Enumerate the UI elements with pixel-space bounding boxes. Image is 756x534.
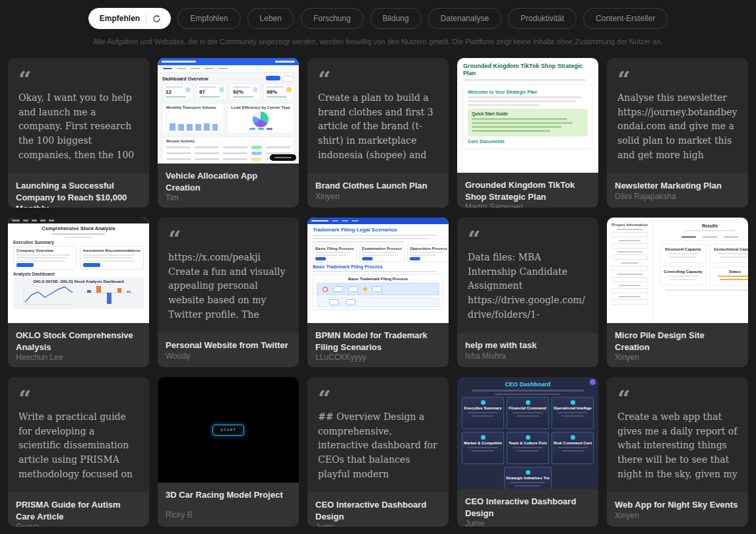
card-author: Tim bbox=[166, 193, 291, 202]
project-card[interactable]: “ Create a web app that gives me a daily… bbox=[607, 377, 748, 527]
filter-pill-empfohlen[interactable]: Empfohlen bbox=[177, 8, 240, 29]
card-author: LLuCCKKyyyy bbox=[315, 353, 441, 362]
card-title: Personal Website from Twitter bbox=[166, 340, 291, 351]
thumb-buttons bbox=[266, 76, 294, 82]
made-with-badge bbox=[270, 154, 296, 161]
card-title: CEO Interactive Dashboard Design bbox=[465, 496, 590, 519]
project-card[interactable]: “ https://x.com/peakji Create a fun and … bbox=[158, 218, 299, 367]
filter-pill-label: Forschung bbox=[313, 14, 351, 23]
project-card[interactable]: Dashboard Overview 12 87 92% 98% Monthly… bbox=[158, 58, 299, 208]
card-footer: Newsletter Marketing Plan Dilini Rajapak… bbox=[607, 173, 748, 208]
card-author: Jume bbox=[465, 519, 590, 527]
thumb-quick-start-box: Quick Start Guide bbox=[468, 109, 588, 137]
thumb-heading: Dashboard Overview bbox=[162, 76, 208, 81]
pie-chart bbox=[253, 111, 268, 127]
thumb-stat-cards: 12 87 92% 98% bbox=[162, 84, 294, 100]
thumb-box-heading: Quick Start Guide bbox=[472, 111, 584, 116]
card-quote-area: “ Create a web app that gives me a daily… bbox=[607, 377, 748, 492]
quote-text: https://x.com/peakji Create a fun and vi… bbox=[168, 251, 288, 323]
filter-pill-produktivitaet[interactable]: Produktivität bbox=[508, 8, 577, 29]
thumb-scenario-cards: Basic Filing Process Examination Process… bbox=[313, 245, 443, 262]
filter-pill-label: Leben bbox=[260, 14, 282, 23]
card-title: Micro Pile Design Site Creation bbox=[615, 330, 740, 353]
thumb-doc-title: Comprehensive Stock Analysis bbox=[13, 225, 144, 231]
thumb-site-header bbox=[307, 218, 449, 224]
thumb-capacity-box: Geotechnical Capacity bbox=[710, 244, 748, 263]
card-quote-area: “ Data files: MBA Internship Candidate A… bbox=[457, 218, 598, 333]
project-card[interactable]: “ ## Overview Design a comprehensive, in… bbox=[307, 377, 449, 527]
thumb-section-heading: Core Documents bbox=[468, 139, 588, 144]
thumb-investment-box: Investment Recommendations bbox=[80, 246, 144, 270]
card-footer: CEO Interactive Dashboard Design Jume bbox=[457, 489, 598, 527]
project-card[interactable]: “ Create a plan to build a brand clothes… bbox=[307, 58, 449, 208]
card-quote-area: “ Analyse this newsletter https://journe… bbox=[607, 58, 748, 173]
card-author: Isha Mishra bbox=[465, 351, 590, 361]
thumb-status-box: Status bbox=[710, 266, 748, 285]
project-card[interactable]: Project Information Results Structural C… bbox=[607, 218, 748, 367]
card-thumbnail-strategic-plan: Grounded Kingdom TikTok Shop Strategic P… bbox=[457, 58, 598, 173]
project-card[interactable]: CEO Dashboard Executive Summary Financia… bbox=[457, 377, 598, 527]
thumb-body: Trademark Filing Legal Scenarios Basic F… bbox=[307, 224, 449, 312]
quote-icon: “ bbox=[617, 387, 738, 404]
card-thumbnail-stock-analysis: Comprehensive Stock Analysis Executive S… bbox=[8, 218, 149, 323]
filter-pill-empfehlen-active[interactable]: Empfehlen bbox=[88, 8, 171, 29]
card-title: Launching a Successful Company to Reach … bbox=[16, 180, 141, 208]
card-quote-area: “ Okay, I want you to help and launch me… bbox=[8, 58, 149, 173]
project-card[interactable]: Grounded Kingdom TikTok Shop Strategic P… bbox=[457, 58, 598, 208]
pill-divider bbox=[146, 15, 146, 23]
text-placeholder-lines bbox=[462, 390, 594, 395]
filter-pill-content-ersteller[interactable]: Content-Ersteller bbox=[583, 8, 668, 29]
card-footer: Personal Website from Twitter Woody bbox=[158, 333, 299, 367]
card-footer: Launching a Successful Company to Reach … bbox=[8, 173, 149, 208]
quote-icon: “ bbox=[18, 387, 139, 404]
text-placeholder-lines bbox=[313, 235, 443, 243]
project-card[interactable]: “ Okay, I want you to help and launch me… bbox=[8, 58, 149, 208]
thumb-dashboard-title: CEO Dashboard bbox=[462, 381, 594, 388]
quote-text: Analyse this newsletter https://journey.… bbox=[617, 91, 738, 163]
card-title: PRISMA Guide for Autism Care Article bbox=[16, 499, 141, 522]
card-author: Guava bbox=[16, 522, 141, 527]
card-quote-area: “ ## Overview Design a comprehensive, in… bbox=[307, 377, 449, 492]
card-footer: PRISMA Guide for Autism Care Article Gua… bbox=[8, 492, 149, 527]
card-title: Newsletter Marketing Plan bbox=[615, 180, 740, 192]
refresh-icon[interactable] bbox=[152, 15, 161, 23]
quote-icon: “ bbox=[468, 227, 588, 245]
thumb-section-heading: Welcome to Your Strategic Plan bbox=[468, 90, 588, 94]
quote-icon: “ bbox=[318, 68, 438, 85]
thumb-blue-button bbox=[16, 263, 34, 267]
quote-text: Create a web app that gives me a daily r… bbox=[617, 410, 738, 483]
project-card[interactable]: Trademark Filing Legal Scenarios Basic F… bbox=[307, 218, 449, 367]
project-card[interactable]: “ Data files: MBA Internship Candidate A… bbox=[457, 218, 598, 367]
filter-pill-label: Bildung bbox=[383, 14, 409, 23]
thumb-section-heading: Basic Trademark Filing Process bbox=[313, 264, 443, 269]
card-author: Woody bbox=[166, 351, 291, 361]
card-title: CEO Interactive Dashboard Design bbox=[315, 499, 441, 522]
thumb-form-sidebar: Project Information bbox=[607, 218, 653, 323]
thumb-dashboard-panel: OKLO (NYSE: OKLO) Stock Analysis Dashboa… bbox=[13, 278, 144, 309]
project-card[interactable]: “ Analyse this newsletter https://journe… bbox=[607, 58, 748, 208]
thumb-results-area: Results Structural Capacity Geotechnical… bbox=[653, 218, 748, 323]
thumb-section-heading: Executive Summary bbox=[13, 240, 144, 245]
project-card[interactable]: Comprehensive Stock Analysis Executive S… bbox=[8, 218, 149, 367]
card-author: Ricky B bbox=[166, 510, 291, 519]
thumb-app-header bbox=[158, 58, 299, 65]
filter-pill-bildung[interactable]: Bildung bbox=[370, 8, 422, 29]
card-author: Dilini Rajapaksha bbox=[615, 192, 740, 201]
text-placeholder-lines bbox=[463, 79, 586, 81]
thumb-nav-tabs bbox=[158, 65, 299, 73]
card-footer: CEO Interactive Dashboard Design Jume bbox=[307, 492, 449, 527]
card-title: Grounded Kingdom TikTok Shop Strategic P… bbox=[465, 179, 590, 202]
text-placeholder-lines bbox=[472, 118, 584, 132]
filter-pill-forschung[interactable]: Forschung bbox=[301, 8, 363, 29]
thumb-tabs bbox=[660, 233, 748, 241]
filter-pill-leben[interactable]: Leben bbox=[247, 8, 294, 29]
card-author: Xinyen bbox=[615, 353, 740, 362]
project-card[interactable]: “ Write a practical guide for developing… bbox=[8, 377, 149, 527]
thumb-capacity-box: Controlling Capacity bbox=[660, 266, 707, 285]
filter-pill-label: Empfohlen bbox=[190, 14, 228, 23]
card-quote-area: “ https://x.com/peakji Create a fun and … bbox=[158, 218, 299, 333]
filter-pill-datenanalyse[interactable]: Datenanalyse bbox=[428, 8, 501, 29]
project-card[interactable]: START 3D Car Racing Model Project Ricky … bbox=[158, 377, 299, 527]
thumb-body: Dashboard Overview 12 87 92% 98% Monthly… bbox=[158, 73, 299, 163]
thumb-pie-chart-panel: Load Efficiency by Carrier Type bbox=[227, 103, 294, 134]
